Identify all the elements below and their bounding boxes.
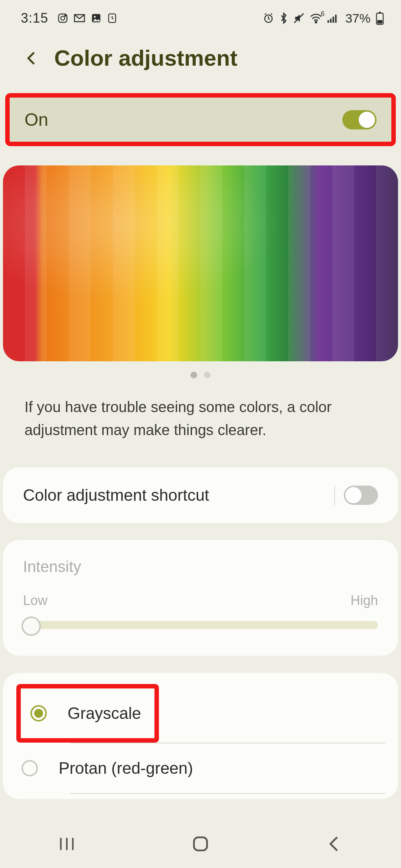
wifi-badge: 6	[321, 10, 325, 18]
svg-point-2	[65, 15, 66, 16]
nav-back-button[interactable]	[323, 833, 345, 855]
status-bar: 3:15 6 37%	[0, 0, 401, 34]
radio-selected-icon	[30, 705, 47, 721]
option-divider	[70, 793, 385, 794]
recents-button[interactable]	[56, 833, 78, 855]
battery-percent: 37%	[345, 11, 371, 26]
svg-rect-10	[330, 19, 332, 23]
svg-rect-11	[333, 17, 334, 23]
intensity-high-label: High	[351, 593, 378, 608]
alarm-icon	[263, 13, 274, 24]
mute-icon	[293, 13, 304, 24]
option-grayscale[interactable]: Grayscale	[23, 691, 152, 736]
pager-dot-active	[190, 372, 197, 378]
shortcut-toggle-switch[interactable]	[344, 486, 378, 505]
status-right: 6 37%	[263, 11, 384, 26]
option-protan[interactable]: Protan (red-green)	[3, 743, 398, 794]
battery-icon	[376, 11, 384, 25]
svg-rect-14	[379, 12, 381, 13]
highlight-grayscale-option: Grayscale	[16, 684, 159, 743]
intensity-low-label: Low	[23, 593, 48, 608]
status-left: 3:15	[21, 10, 117, 26]
intensity-slider[interactable]	[23, 617, 378, 634]
intensity-card: Intensity Low High	[3, 540, 398, 656]
svg-rect-19	[194, 837, 207, 850]
radio-unselected-icon	[22, 760, 38, 776]
shortcut-label: Color adjustment shortcut	[23, 486, 209, 504]
intensity-range-labels: Low High	[23, 593, 378, 608]
shortcut-card: Color adjustment shortcut	[3, 467, 398, 523]
svg-rect-12	[335, 14, 336, 23]
pager-dot-inactive	[204, 372, 211, 378]
back-button[interactable]	[24, 50, 39, 66]
option-label: Grayscale	[68, 704, 141, 723]
slider-track	[23, 621, 378, 629]
highlight-master-toggle: On	[5, 93, 396, 146]
vertical-divider	[334, 485, 335, 505]
master-toggle-row[interactable]: On	[17, 103, 384, 137]
system-nav-bar	[0, 820, 401, 868]
svg-point-4	[94, 16, 96, 18]
svg-point-8	[315, 22, 317, 23]
master-toggle-switch[interactable]	[342, 110, 376, 129]
status-time: 3:15	[21, 10, 48, 26]
wifi-icon: 6	[310, 13, 322, 23]
bluetooth-icon	[279, 12, 288, 24]
svg-rect-15	[377, 20, 382, 23]
gmail-icon	[74, 13, 85, 24]
master-toggle-state-label: On	[25, 109, 48, 130]
pager-dots	[0, 372, 401, 378]
option-label: Protan (red-green)	[59, 759, 193, 777]
svg-point-1	[61, 16, 65, 20]
update-icon	[107, 13, 117, 24]
page-header: Color adjustment	[0, 34, 401, 93]
description-text: If you have trouble seeing some colors, …	[0, 378, 401, 467]
options-card: Grayscale Protan (red-green)	[3, 673, 398, 799]
preview-image[interactable]	[3, 165, 398, 361]
intensity-title: Intensity	[23, 558, 378, 576]
page-title: Color adjustment	[54, 45, 237, 71]
slider-thumb[interactable]	[22, 617, 41, 636]
instagram-icon	[57, 13, 68, 24]
image-icon	[91, 13, 102, 24]
signal-icon	[327, 13, 339, 23]
shortcut-row[interactable]: Color adjustment shortcut	[3, 467, 398, 523]
home-button[interactable]	[189, 833, 212, 855]
svg-rect-9	[327, 20, 329, 23]
